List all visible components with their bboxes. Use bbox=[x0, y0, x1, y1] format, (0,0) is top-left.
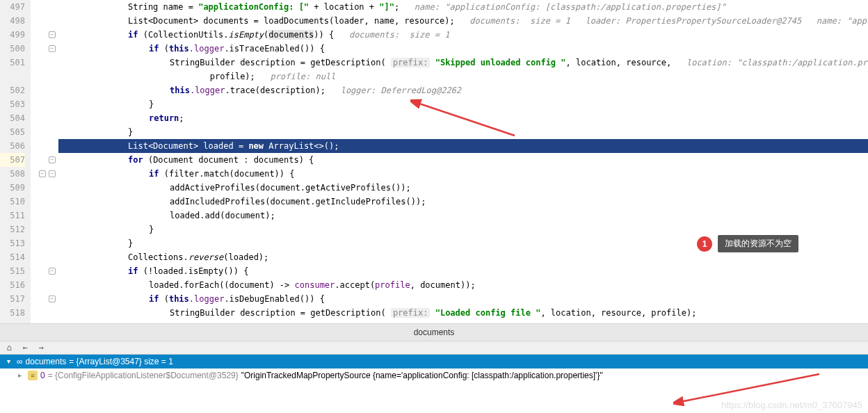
variable-row-item[interactable]: ▸ ≡ 0 = {ConfigFileApplicationListener$D… bbox=[0, 369, 868, 382]
code-line[interactable]: if (CollectionUtils.isEmpty(documents)) … bbox=[58, 28, 868, 42]
code-line[interactable]: addActiveProfiles(document.getActiveProf… bbox=[58, 181, 868, 195]
variable-index: 0 bbox=[40, 369, 45, 382]
code-line[interactable]: String name = "applicationConfig: [" + l… bbox=[58, 0, 868, 14]
code-line[interactable]: loaded.add(document); bbox=[58, 209, 868, 222]
reference-icon: ∞ bbox=[17, 355, 23, 369]
code-line[interactable]: } bbox=[58, 125, 868, 139]
debug-variables-header: documents bbox=[0, 324, 868, 341]
expand-icon[interactable]: ▾ bbox=[7, 355, 14, 369]
debug-toolbar: ⌂ ← → bbox=[0, 341, 868, 355]
code-line[interactable]: } bbox=[58, 97, 868, 111]
code-line[interactable]: } bbox=[58, 222, 868, 236]
variable-type: = {ArrayList@3547} size = 1 bbox=[69, 355, 173, 369]
code-line[interactable]: return; bbox=[58, 111, 868, 125]
code-line[interactable]: StringBuilder description = getDescripti… bbox=[58, 306, 868, 320]
watermark: https://blog.csdn.net/m0_37607945 bbox=[721, 400, 862, 410]
code-line[interactable]: profile); profile: null bbox=[58, 70, 868, 83]
expand-icon[interactable]: ▸ bbox=[18, 369, 25, 382]
variable-name: documents bbox=[26, 355, 67, 369]
code-line[interactable]: if (this.logger.isTraceEnabled()) { bbox=[58, 42, 868, 56]
code-line[interactable]: List<Document> documents = loadDocuments… bbox=[58, 14, 868, 28]
code-content[interactable]: String name = "applicationConfig: [" + l… bbox=[58, 0, 868, 323]
element-icon: ≡ bbox=[28, 371, 38, 380]
code-line[interactable]: addIncludedProfiles(document.getIncludeP… bbox=[58, 195, 868, 209]
annotation-label: 加载的资源不为空 bbox=[718, 235, 798, 252]
back-icon[interactable]: ← bbox=[18, 342, 32, 353]
code-line[interactable]: if (filter.match(document)) { bbox=[58, 167, 868, 181]
fold-gutter[interactable]: − − − − − − − bbox=[31, 0, 58, 323]
execution-line[interactable]: List<Document> loaded = new ArrayList<>(… bbox=[58, 139, 868, 153]
debug-variables-panel[interactable]: ▾ ∞ documents = {ArrayList@3547} size = … bbox=[0, 355, 868, 413]
variable-row-documents[interactable]: ▾ ∞ documents = {ArrayList@3547} size = … bbox=[0, 355, 868, 369]
code-line[interactable]: StringBuilder description = getDescripti… bbox=[58, 56, 868, 70]
code-line[interactable]: loaded.forEach((document) -> consumer.ac… bbox=[58, 278, 868, 292]
variable-value: "OriginTrackedMapPropertySource {name='a… bbox=[241, 369, 603, 382]
line-number-gutter: 497 498 499 500 501 502 503 504 505 506 … bbox=[0, 0, 31, 323]
code-editor[interactable]: 497 498 499 500 501 502 503 504 505 506 … bbox=[0, 0, 868, 324]
code-line[interactable]: Collections.reverse(loaded); bbox=[58, 250, 868, 264]
home-icon[interactable]: ⌂ bbox=[2, 342, 16, 353]
code-line[interactable]: if (this.logger.isDebugEnabled()) { bbox=[58, 292, 868, 306]
annotation-number: 1 bbox=[697, 236, 712, 252]
code-line[interactable]: this.logger.trace(description); logger: … bbox=[58, 83, 868, 97]
code-line[interactable]: if (!loaded.isEmpty()) { bbox=[58, 264, 868, 278]
variable-type: = {ConfigFileApplicationListener$Documen… bbox=[48, 369, 239, 382]
code-line[interactable]: for (Document document : documents) { bbox=[58, 153, 868, 167]
forward-icon[interactable]: → bbox=[34, 342, 48, 353]
annotation-badge: 1 加载的资源不为空 bbox=[697, 235, 798, 252]
